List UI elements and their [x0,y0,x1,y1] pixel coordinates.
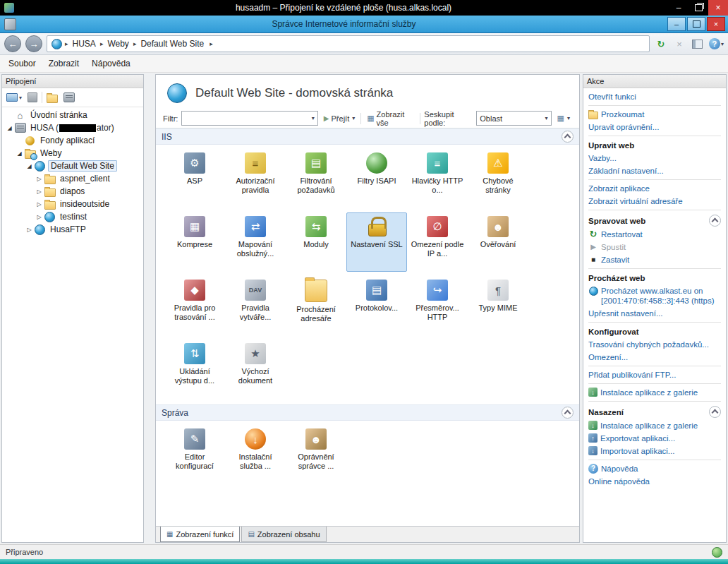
group-by-select[interactable]: Oblast▾ [476,111,551,126]
tree-item-app-pools[interactable]: Fondy aplikací [2,134,143,147]
action-basic-settings[interactable]: Základní nastavení... [588,164,721,177]
forward-button[interactable]: → [25,35,42,52]
tree-item-sites[interactable]: Weby [2,147,143,160]
action-stop[interactable]: ■Zastavit [588,253,721,266]
app-maximize-button[interactable] [687,17,705,31]
tree-item-server-husa[interactable]: HUSA (ator) [2,121,143,134]
feature-http-redirect[interactable]: ↪Přesměrov... HTTP [407,276,468,335]
server-up-button[interactable] [45,90,59,104]
tree-item-diapos[interactable]: diapos [2,185,143,198]
action-explore[interactable]: Prozkoumat [588,108,721,121]
feature-handler-mappings[interactable]: ⇄Mapování obslužný... [225,212,286,272]
feature-tracing-rules[interactable]: ◆Pravidla pro trasování ... [164,276,225,335]
feature-authorization-rules[interactable]: ≡Autorizační pravidla [225,149,286,208]
action-view-virtual-dirs[interactable]: Zobrazit virtuální adresáře [588,195,721,208]
feature-ssl-settings[interactable]: Nastavení SSL [346,212,407,272]
feature-authentication[interactable]: ☻Ověřování [468,212,528,272]
save-connection-button[interactable] [26,90,39,104]
action-add-ftp-publishing[interactable]: Přidat publikování FTP... [588,368,721,381]
feature-compression[interactable]: ▦Komprese [164,212,225,272]
breadcrumb-item-husa[interactable]: HUSA [63,39,97,49]
feature-ip-restrictions[interactable]: ∅Omezení podle IP a... [407,212,468,272]
separator [588,179,721,180]
action-limits[interactable]: Omezení... [588,351,721,364]
expander-icon[interactable] [35,176,44,182]
feature-request-filtering[interactable]: ▤Filtrování požadavků [286,149,346,208]
chevron-down-icon: ▾ [721,41,724,47]
expander-icon[interactable] [5,125,14,131]
app-close-button[interactable]: × [707,17,725,31]
collapse-group-button[interactable] [562,131,574,143]
help-button[interactable]: ?▾ [709,37,724,51]
action-import-app[interactable]: ↓Importovat aplikaci... [588,445,721,457]
action-export-app[interactable]: ↑Exportovat aplikaci... [588,432,721,445]
action-help[interactable]: ?Nápověda [588,462,721,475]
expander-icon[interactable] [25,163,34,169]
action-open-feature[interactable]: Otevřít funkci [588,90,721,103]
site-icon [34,161,46,172]
menu-soubor[interactable]: Soubor [3,56,42,71]
tree-item-start-page[interactable]: ⌂ Úvodní stránka [2,109,143,121]
action-view-applications[interactable]: Zobrazit aplikace [588,182,721,195]
show-all-button[interactable]: ▦Zobrazit vše [365,109,416,128]
collapse-group-button[interactable] [562,407,574,419]
tree-item-testinst[interactable]: testinst [2,210,143,223]
expander-icon[interactable] [15,150,24,157]
menu-napoveda[interactable]: Nápověda [86,56,136,71]
refresh-button[interactable]: ↻ [654,37,668,51]
views-button[interactable]: ▦▾ [555,112,572,124]
expander-icon[interactable] [35,188,44,195]
action-advanced-settings[interactable]: Upřesnit nastavení... [588,307,721,320]
breadcrumb[interactable]: HUSA Weby Default Web Site ▸ [47,35,650,52]
feature-http-headers[interactable]: ≡Hlavičky HTTP o... [407,149,468,208]
action-online-help[interactable]: Online nápověda [588,475,721,488]
action-bindings[interactable]: Vazby... [588,152,721,164]
action-install-from-gallery-2[interactable]: ↓Instalace aplikace z galerie [588,419,721,432]
breadcrumb-item-default-web-site[interactable]: Default Web Site [132,39,205,49]
action-browse-binding[interactable]: Procházet www.alkast.eu on [2001:470:6f:… [588,284,721,307]
panels-button[interactable] [691,37,705,51]
tab-content-view[interactable]: ▤Zobrazení obsahu [241,527,326,542]
feature-error-pages[interactable]: ⚠Chybové stránky [468,149,528,208]
feature-output-caching[interactable]: ⇅Ukládání výstupu d... [164,340,225,399]
feature-default-document[interactable]: ★Výchozí dokument [225,340,286,399]
action-install-from-gallery[interactable]: ↓Instalace aplikace z galerie [588,386,721,399]
expander-icon[interactable] [35,214,44,220]
breadcrumb-item-weby[interactable]: Weby [99,39,131,49]
feature-config-editor[interactable]: ✎Editor konfigurací [164,425,225,484]
collapse-section-button[interactable] [709,406,721,418]
rdp-close-button[interactable]: × [708,0,728,16]
expander-icon[interactable] [25,227,34,233]
feature-asp[interactable]: ⚙ASP [164,149,225,208]
rdp-restore-button[interactable] [688,0,708,16]
feature-mime-types[interactable]: ¶Typy MIME [468,276,528,335]
go-button[interactable]: ▶Přejít▾ [322,113,357,124]
tree-item-aspnet-client[interactable]: aspnet_client [2,172,143,185]
feature-authoring-rules[interactable]: DAVPravidla vytváře... [225,276,286,335]
collapse-section-button[interactable] [709,215,721,227]
tree-item-insideoutside[interactable]: insideoutside [2,198,143,210]
tree-item-husaftp[interactable]: HusaFTP [2,223,143,236]
menu-zobrazit[interactable]: Zobrazit [43,56,85,71]
feature-directory-browsing[interactable]: Procházení adresáře [286,276,346,335]
tab-features-view[interactable]: ▦Zobrazení funkcí [160,527,240,542]
action-restart[interactable]: ↻Restartovat [588,228,721,241]
tree-item-default-web-site[interactable]: Default Web Site [2,160,143,172]
feature-web-platform-installer[interactable]: ↓Instalační služba ... [225,425,286,484]
toolbar-separator [360,113,361,124]
feature-modules[interactable]: ⇆Moduly [286,212,346,272]
action-edit-permissions[interactable]: Upravit oprávnění... [588,121,721,133]
feature-logging[interactable]: ▤Protokolov... [346,276,407,335]
back-button[interactable]: ← [4,35,21,52]
stop-button[interactable]: × [672,37,686,51]
create-connection-button[interactable]: ▾ [5,90,23,104]
server-connections-button[interactable] [62,90,76,104]
filter-input[interactable]: ▾ [181,111,317,126]
feature-delegation[interactable]: ☻Oprávnění správce ... [286,425,346,484]
app-minimize-button[interactable]: – [667,17,686,31]
feature-isapi-filters[interactable]: Filtry ISAPI [346,149,407,208]
rdp-minimize-button[interactable]: – [669,0,688,16]
features-view-icon: ▦ [166,530,173,538]
expander-icon[interactable] [35,201,44,208]
action-failed-request-tracing[interactable]: Trasování chybných požadavků... [588,338,721,351]
